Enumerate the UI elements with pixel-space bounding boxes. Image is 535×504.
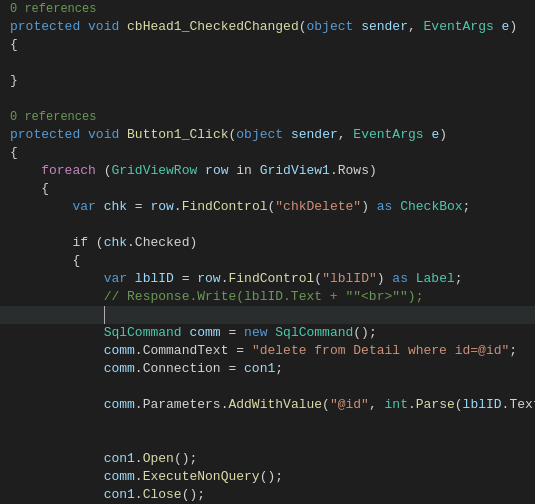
var-con1-3: con1 — [104, 486, 135, 504]
method-addwithvalue: AddWithValue — [228, 396, 322, 414]
ref-line-1: 0 references — [0, 0, 535, 18]
cursor — [104, 306, 113, 324]
var-comm-4: comm — [104, 396, 135, 414]
var-row: row — [205, 162, 228, 180]
code-line-17: // Response.Write(lblID.Text + ""<br>"")… — [0, 288, 535, 306]
code-line-4 — [0, 54, 535, 72]
space-2 — [119, 18, 127, 36]
space-3 — [353, 18, 361, 36]
method-open: Open — [143, 450, 174, 468]
method-button1click: Button1_Click — [127, 126, 228, 144]
type-gridviewrow: GridViewRow — [111, 162, 197, 180]
param-sender-1: sender — [361, 18, 408, 36]
code-line-16: var lblID = row . FindControl ( "lblID" … — [0, 270, 535, 288]
keyword-void-1: void — [88, 18, 119, 36]
paren-1: ( — [299, 18, 307, 36]
var-comm: comm — [189, 324, 220, 342]
param-e-2: e — [431, 126, 439, 144]
code-line-11: { — [0, 180, 535, 198]
code-line-10: foreach ( GridViewRow row in GridView1 .… — [0, 162, 535, 180]
var-row-2: row — [150, 198, 173, 216]
ref-line-2: 0 references — [0, 108, 535, 126]
code-line-28: con1 . Close (); — [0, 486, 535, 504]
code-line-25 — [0, 432, 535, 450]
method-cbhead1: cbHead1_CheckedChanged — [127, 18, 299, 36]
comma-1: , — [408, 18, 424, 36]
keyword-protected-1: protected — [10, 18, 80, 36]
keyword-void-2: void — [88, 126, 119, 144]
keyword-object-1: object — [307, 18, 354, 36]
var-con1-2: con1 — [104, 450, 135, 468]
type-sqlcommand-2: SqlCommand — [275, 324, 353, 342]
keyword-var-1: var — [72, 198, 95, 216]
code-editor: 0 references protected void cbHead1_Chec… — [0, 0, 535, 504]
string-lblid: "lblID" — [322, 270, 377, 288]
brace-close-1: } — [10, 72, 18, 90]
var-comm-5: comm — [104, 468, 135, 486]
type-checkbox: CheckBox — [400, 198, 462, 216]
param-e-1: e — [502, 18, 510, 36]
code-line-18 — [0, 306, 535, 324]
var-lblid: lblID — [135, 270, 174, 288]
var-gridview1rows: GridView1 — [260, 162, 330, 180]
var-con1-1: con1 — [244, 360, 275, 378]
space-1 — [80, 18, 88, 36]
code-line-13 — [0, 216, 535, 234]
keyword-new-1: new — [244, 324, 267, 342]
keyword-var-2: var — [104, 270, 127, 288]
string-chkdelete: "chkDelete" — [275, 198, 361, 216]
code-line-19: SqlCommand comm = new SqlCommand (); — [0, 324, 535, 342]
method-parse: Parse — [416, 396, 455, 414]
ref-comment-2: 0 references — [10, 108, 96, 126]
keyword-if: if — [72, 234, 88, 252]
keyword-as-2: as — [392, 270, 408, 288]
type-eventargs-1: EventArgs — [424, 18, 494, 36]
var-comm-2: comm — [104, 342, 135, 360]
string-atid: "@id" — [330, 396, 369, 414]
method-executenonquery: ExecuteNonQuery — [143, 468, 260, 486]
method-close: Close — [143, 486, 182, 504]
code-line-6 — [0, 90, 535, 108]
code-line-9: { — [0, 144, 535, 162]
var-row-3: row — [197, 270, 220, 288]
comment-responsewrite: // Response.Write(lblID.Text + ""<br>"")… — [104, 288, 424, 306]
type-eventargs-2: EventArgs — [353, 126, 423, 144]
code-line-14: if ( chk .Checked) — [0, 234, 535, 252]
code-line-3: { — [0, 36, 535, 54]
code-line-23: comm .Parameters. AddWithValue ( "@id" ,… — [0, 396, 535, 414]
paren-2: ) — [509, 18, 517, 36]
var-comm-3: comm — [104, 360, 135, 378]
var-chk-2: chk — [104, 234, 127, 252]
type-int: int — [385, 396, 408, 414]
method-findcontrol-2: FindControl — [228, 270, 314, 288]
code-line-8: protected void Button1_Click ( object se… — [0, 126, 535, 144]
keyword-foreach: foreach — [41, 162, 96, 180]
code-line-2: protected void cbHead1_CheckedChanged ( … — [0, 18, 535, 36]
code-line-5: } — [0, 72, 535, 90]
type-sqlcommand-1: SqlCommand — [104, 324, 182, 342]
string-deletequery: "delete from Detail where id=@id" — [252, 342, 509, 360]
var-chk: chk — [104, 198, 127, 216]
code-line-21: comm .Connection = con1 ; — [0, 360, 535, 378]
ref-comment-1: 0 references — [10, 0, 96, 18]
keyword-protected-2: protected — [10, 126, 80, 144]
param-sender-2: sender — [291, 126, 338, 144]
code-line-27: comm . ExecuteNonQuery (); — [0, 468, 535, 486]
brace-open-1: { — [10, 36, 18, 54]
keyword-as-1: as — [377, 198, 393, 216]
code-line-12: var chk = row . FindControl ( "chkDelete… — [0, 198, 535, 216]
space-4 — [494, 18, 502, 36]
code-line-22 — [0, 378, 535, 396]
method-findcontrol-1: FindControl — [182, 198, 268, 216]
keyword-object-2: object — [236, 126, 283, 144]
code-line-20: comm .CommandText = "delete from Detail … — [0, 342, 535, 360]
code-line-15: { — [0, 252, 535, 270]
code-line-26: con1 . Open (); — [0, 450, 535, 468]
code-line-24 — [0, 414, 535, 432]
var-lblid-2: lblID — [463, 396, 502, 414]
type-label: Label — [416, 270, 455, 288]
